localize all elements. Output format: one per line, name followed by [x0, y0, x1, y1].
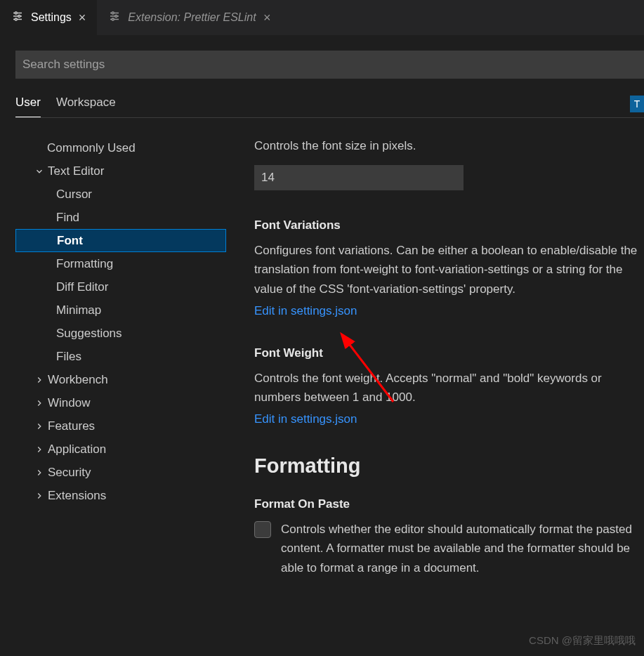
- close-icon[interactable]: ×: [263, 11, 271, 25]
- tree-formatting[interactable]: Formatting: [15, 252, 226, 275]
- font-size-desc: Controls the font size in pixels.: [254, 136, 644, 155]
- settings-icon: [108, 10, 121, 25]
- format-on-paste-desc: Controls whether the editor should autom…: [281, 520, 644, 577]
- chevron-right-icon: [32, 398, 46, 408]
- tree-find[interactable]: Find: [15, 206, 226, 229]
- tree-minimap[interactable]: Minimap: [15, 299, 226, 322]
- search-input[interactable]: [22, 58, 637, 72]
- chevron-right-icon: [32, 375, 46, 385]
- scope-tab-workspace[interactable]: Workspace: [56, 96, 116, 117]
- svg-point-5: [15, 18, 17, 20]
- svg-point-4: [18, 15, 20, 18]
- editor-tabs-bar: Settings × Extension: Prettier ESLint ×: [0, 0, 644, 35]
- tab-settings-label: Settings: [31, 11, 72, 24]
- scope-tabs: User Workspace T: [15, 96, 644, 118]
- svg-point-3: [15, 12, 17, 14]
- edit-settings-json-link[interactable]: Edit in settings.json: [254, 304, 644, 318]
- chevron-down-icon: [32, 166, 46, 176]
- watermark: CSDN @留家里哦哦哦: [529, 634, 636, 648]
- edit-settings-json-link[interactable]: Edit in settings.json: [254, 412, 644, 426]
- font-weight-desc: Controls the font weight. Accepts "norma…: [254, 369, 644, 407]
- tree-security[interactable]: Security: [15, 461, 226, 484]
- tree-font[interactable]: Font: [15, 229, 226, 252]
- font-weight-title: Font Weight: [254, 346, 644, 360]
- settings-content: Controls the font size in pixels. Font V…: [226, 131, 644, 611]
- tab-extension[interactable]: Extension: Prettier ESLint ×: [97, 0, 282, 35]
- tree-application[interactable]: Application: [15, 438, 226, 461]
- settings-tree: Commonly Used Text Editor Cursor Find Fo…: [15, 131, 226, 611]
- tree-window[interactable]: Window: [15, 391, 226, 414]
- sync-badge[interactable]: T: [630, 96, 644, 112]
- settings-icon: [11, 10, 24, 25]
- tree-suggestions[interactable]: Suggestions: [15, 322, 226, 345]
- svg-point-11: [112, 18, 114, 20]
- tree-text-editor[interactable]: Text Editor: [15, 159, 226, 183]
- search-settings-box[interactable]: [15, 51, 644, 79]
- font-size-input[interactable]: [254, 165, 464, 190]
- tree-diff-editor[interactable]: Diff Editor: [15, 275, 226, 299]
- format-on-paste-checkbox[interactable]: [254, 521, 271, 538]
- font-variations-desc: Configures font variations. Can be eithe…: [254, 241, 644, 299]
- tree-cursor[interactable]: Cursor: [15, 183, 226, 206]
- tab-settings[interactable]: Settings ×: [0, 0, 97, 35]
- tab-extension-label: Extension: Prettier ESLint: [128, 11, 256, 24]
- font-variations-title: Font Variations: [254, 218, 644, 232]
- svg-point-9: [112, 12, 114, 14]
- tree-files[interactable]: Files: [15, 345, 226, 368]
- tree-features[interactable]: Features: [15, 414, 226, 438]
- svg-point-10: [115, 15, 117, 18]
- chevron-right-icon: [32, 468, 46, 478]
- chevron-right-icon: [32, 421, 46, 431]
- format-on-paste-title: Format On Paste: [254, 497, 644, 511]
- scope-tab-user[interactable]: User: [15, 96, 41, 117]
- close-icon[interactable]: ×: [79, 11, 86, 25]
- formatting-heading: Formatting: [254, 454, 644, 478]
- tree-extensions[interactable]: Extensions: [15, 484, 226, 507]
- tree-commonly-used[interactable]: Commonly Used: [15, 136, 226, 159]
- chevron-right-icon: [32, 491, 46, 501]
- tree-workbench[interactable]: Workbench: [15, 368, 226, 391]
- chevron-right-icon: [32, 445, 46, 454]
